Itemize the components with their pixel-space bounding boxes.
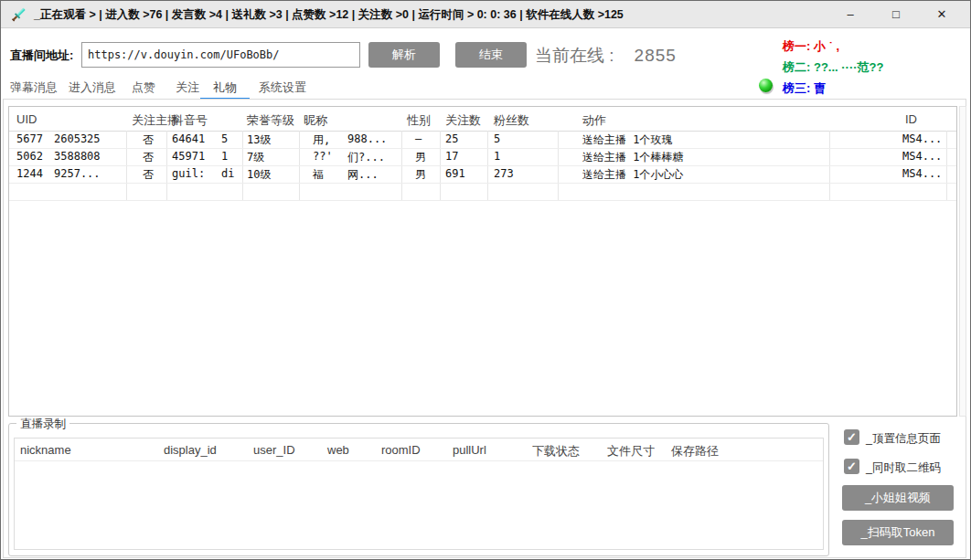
rec-col-user-id[interactable]: user_ID xyxy=(253,443,295,457)
col-follows[interactable]: 关注数 xyxy=(445,112,481,129)
scan-token-button[interactable]: _扫码取Token xyxy=(842,520,954,545)
rec-col-display-id[interactable]: display_id xyxy=(164,443,217,457)
rec-col-pull-url[interactable]: pullUrl xyxy=(453,443,486,457)
table-row[interactable]: 5062 3588808 否 45971 1 7级 ??' 们?... 男 17… xyxy=(9,148,956,165)
window-controls: – □ ✕ xyxy=(827,1,965,28)
col-nickname[interactable]: 昵称 xyxy=(304,112,327,129)
tab-likes[interactable]: 点赞 xyxy=(123,79,164,96)
qr-code-checkbox[interactable] xyxy=(844,459,859,474)
gift-table: UID 关注主播 抖音号 荣誉等级 昵称 性别 关注数 粉丝数 动作 ID 56… xyxy=(8,106,957,417)
pin-info-label: _顶置信息页面 xyxy=(866,431,941,447)
stream-url-input[interactable] xyxy=(81,42,360,68)
stream-url-label: 直播间地址: xyxy=(10,48,73,64)
recording-group-label: 直播录制 xyxy=(16,417,69,432)
rec-col-file-size[interactable]: 文件尺寸 xyxy=(607,443,655,460)
col-action[interactable]: 动作 xyxy=(582,112,606,129)
tab-system-settings[interactable]: 系统设置 xyxy=(253,79,312,96)
recording-list: nickname display_id user_ID web roomID p… xyxy=(14,438,824,550)
qr-code-label: _同时取二维码 xyxy=(866,460,941,476)
diamond-sword-icon xyxy=(10,6,27,23)
title-bar[interactable]: _正在观看 > | 进入数 >76 | 发言数 >4 | 送礼数 >3 | 点赞… xyxy=(1,1,970,28)
rec-col-download-status[interactable]: 下载状态 xyxy=(532,443,580,460)
col-uid[interactable]: UID xyxy=(16,112,37,126)
tab-danmu-messages[interactable]: 弹幕消息 xyxy=(6,79,61,96)
rank-3-text: 榜三: 曺 xyxy=(783,80,826,97)
maximize-button[interactable]: □ xyxy=(873,1,919,28)
col-gender[interactable]: 性别 xyxy=(407,112,431,129)
green-ball-icon xyxy=(759,79,773,92)
col-id[interactable]: ID xyxy=(905,112,917,126)
vertical-scrollbar[interactable] xyxy=(959,106,966,417)
tab-enter-messages[interactable]: 进入消息 xyxy=(65,79,120,96)
rec-col-room-id[interactable]: roomID xyxy=(381,443,421,457)
col-douyin-id[interactable]: 抖音号 xyxy=(172,112,208,129)
stop-button[interactable]: 结束 xyxy=(455,42,527,68)
online-count-value: 2855 xyxy=(635,46,677,65)
window-title: _正在观看 > | 进入数 >76 | 发言数 >4 | 送礼数 >3 | 点赞… xyxy=(34,1,624,28)
online-count: 当前在线 :2855 xyxy=(535,44,677,68)
rec-col-web[interactable]: web xyxy=(327,443,349,457)
app-window: _正在观看 > | 进入数 >76 | 发言数 >4 | 送礼数 >3 | 点赞… xyxy=(0,0,971,560)
tab-gifts[interactable]: 礼物 xyxy=(200,79,250,96)
col-fans[interactable]: 粉丝数 xyxy=(494,112,529,129)
table-row[interactable]: 1244 9257... 否 guil: di 10级 福 网... 男 691… xyxy=(9,165,956,183)
online-count-label: 当前在线 : xyxy=(535,46,614,65)
minimize-button[interactable]: – xyxy=(827,1,873,28)
parse-button[interactable]: 解析 xyxy=(368,42,440,68)
col-honor[interactable]: 荣誉等级 xyxy=(247,112,294,129)
pin-info-checkbox[interactable] xyxy=(844,429,859,445)
close-button[interactable]: ✕ xyxy=(919,1,965,28)
table-row[interactable]: 5677 2605325 否 64641 5 13级 用, 988... – 2… xyxy=(9,131,956,148)
rec-col-save-path[interactable]: 保存路径 xyxy=(671,443,719,460)
rank-1-text: 榜一: 小 ˙ , xyxy=(783,38,839,55)
rec-col-nickname[interactable]: nickname xyxy=(20,443,71,457)
rank-2-text: 榜二: ??... ····范?? xyxy=(783,59,883,76)
recording-groupbox: 直播录制 nickname display_id user_ID web roo… xyxy=(8,423,829,556)
girl-video-button[interactable]: _小姐姐视频 xyxy=(842,485,954,511)
